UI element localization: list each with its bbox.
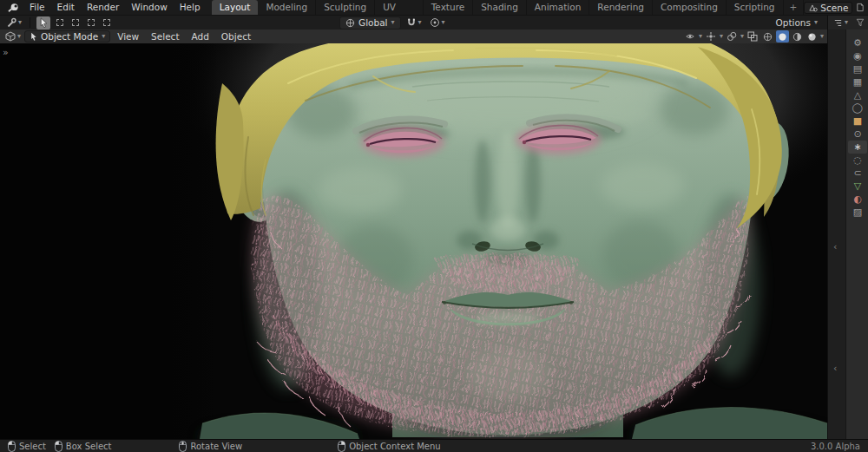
- scene-icon: [808, 3, 818, 12]
- transform-orientation-dropdown[interactable]: Global ▾: [339, 16, 401, 29]
- workspace-tab-texture-paint[interactable]: Texture Paint: [424, 0, 473, 15]
- tab-object-data-icon[interactable]: ▽: [848, 180, 867, 193]
- 3d-viewport-icon: [5, 31, 16, 42]
- menu-edit[interactable]: Edit: [51, 0, 81, 15]
- 3d-viewport[interactable]: ▾ Object Mode ▾ View Select Add Object ▾…: [0, 29, 827, 439]
- workspace-tab-scripting[interactable]: Scripting: [727, 0, 784, 15]
- select-mode-subtract-icon[interactable]: [84, 16, 97, 29]
- options-dropdown[interactable]: Options ▾: [770, 17, 823, 28]
- keymap-box-select: Box Select: [55, 441, 112, 452]
- add-workspace-button[interactable]: +: [784, 0, 805, 15]
- show-gizmos-toggle[interactable]: [704, 30, 718, 43]
- keymap-object-context-menu: Object Context Menu: [338, 441, 441, 452]
- chevron-down-icon: ▾: [18, 19, 22, 26]
- outliner-editor-type-button[interactable]: ▾: [832, 18, 850, 28]
- outliner-strip[interactable]: ‹ ‹: [828, 29, 846, 439]
- workspace-tab-compositing[interactable]: Compositing: [653, 0, 727, 15]
- panel-expand-arrow[interactable]: ‹: [833, 363, 837, 374]
- tab-particles-icon[interactable]: ∗: [848, 141, 867, 154]
- tab-scene-icon[interactable]: △: [848, 88, 867, 102]
- tab-output-icon[interactable]: ▤: [848, 62, 867, 75]
- tab-constraints-icon[interactable]: ⊂: [848, 167, 867, 180]
- tab-world-icon[interactable]: ◯: [848, 102, 867, 115]
- status-bar: Select Box Select Rotate View Object Con…: [0, 439, 868, 452]
- select-mode-extend-icon[interactable]: [69, 16, 82, 29]
- workspace-tab-layout[interactable]: Layout: [212, 0, 259, 15]
- menu-select[interactable]: Select: [146, 29, 184, 43]
- workspace-tabs: Layout Modeling Sculpting UV Editing Tex…: [212, 0, 805, 15]
- show-overlays-toggle[interactable]: [725, 30, 739, 43]
- filter-icon[interactable]: [856, 18, 865, 27]
- workspace-tab-sculpting[interactable]: Sculpting: [316, 0, 375, 15]
- orientation-label: Global: [358, 17, 388, 28]
- blender-version: 3.0.0 Alpha: [811, 442, 860, 451]
- tool-settings-bar: ▾ Global ▾ ▾ ▾ Options ▾: [0, 15, 827, 29]
- right-panel: ‹ ‹ ⚙ ◉ ▤ ▦ △ ◯ ■ ⊙ ∗ ◌ ⊂ ▽ ◐ ▨: [827, 29, 868, 439]
- workspace-tab-animation[interactable]: Animation: [527, 0, 590, 15]
- tab-modifiers-icon[interactable]: ⊙: [848, 128, 867, 141]
- tab-render-icon[interactable]: ◉: [848, 49, 867, 62]
- new-scene-icon[interactable]: [856, 3, 865, 12]
- tab-object-icon[interactable]: ■: [848, 115, 867, 128]
- snapping-toggle[interactable]: ▾: [404, 17, 424, 28]
- chevron-down-icon: ▾: [442, 19, 445, 26]
- shading-material-preview-button[interactable]: [791, 30, 804, 43]
- tab-material-icon[interactable]: ◐: [848, 193, 867, 206]
- workspace-tab-rendering[interactable]: Rendering: [589, 0, 653, 15]
- left-mouse-button-icon: [8, 441, 16, 452]
- shading-wireframe-button[interactable]: [761, 30, 774, 43]
- toolbar-expand-arrow[interactable]: »: [3, 47, 9, 58]
- viewport-header: ▾ Object Mode ▾ View Select Add Object ▾…: [0, 29, 827, 43]
- workspace-tab-uv-editing[interactable]: UV Editing: [375, 0, 424, 15]
- magnet-icon: [406, 17, 417, 28]
- panel-expand-arrow[interactable]: ‹: [833, 241, 837, 252]
- select-mode-new-icon[interactable]: [53, 16, 66, 29]
- object-type-visibility-dropdown[interactable]: [683, 30, 697, 43]
- viewport-header-right: ▾ ▾ ▾: [683, 30, 824, 43]
- mode-label: Object Mode: [41, 31, 98, 42]
- shading-solid-button[interactable]: [776, 30, 789, 43]
- chevron-down-icon: ▾: [418, 19, 422, 26]
- tab-physics-icon[interactable]: ◌: [848, 154, 867, 167]
- workspace-tab-modeling[interactable]: Modeling: [258, 0, 316, 15]
- menu-object[interactable]: Object: [216, 29, 256, 43]
- select-mode-intersect-icon[interactable]: [100, 16, 113, 29]
- shading-rendered-button[interactable]: [806, 30, 819, 43]
- viewport-editor-type-button[interactable]: ▾: [3, 31, 23, 42]
- scene-selector[interactable]: Scene: [804, 2, 852, 14]
- scene-label: Scene: [820, 3, 848, 13]
- middle-mouse-button-icon: [179, 441, 187, 452]
- blender-logo-icon[interactable]: [3, 0, 23, 15]
- tab-tool-icon[interactable]: ⚙: [848, 36, 867, 49]
- proportional-circle-icon: [430, 17, 440, 28]
- select-box-tool-button[interactable]: [36, 16, 50, 29]
- keymap-label: Rotate View: [190, 442, 242, 451]
- orientation-globe-icon: [345, 18, 355, 28]
- menu-help[interactable]: Help: [174, 0, 207, 15]
- topbar: File Edit Render Window Help Layout Mode…: [0, 0, 868, 15]
- tab-texture-icon[interactable]: ▨: [848, 206, 867, 219]
- menu-add[interactable]: Add: [187, 29, 214, 43]
- proportional-editing-toggle[interactable]: ▾: [427, 17, 448, 28]
- right-mouse-button-icon: [338, 441, 345, 452]
- menu-render[interactable]: Render: [81, 0, 125, 15]
- chevron-down-icon: ▾: [17, 33, 21, 40]
- cursor-icon: [39, 17, 48, 28]
- topbar-id-widgets: Scene × View Layer ×: [804, 0, 868, 15]
- 3d-viewport-canvas[interactable]: [0, 29, 827, 439]
- chevron-down-icon: ▾: [814, 19, 818, 26]
- mode-dropdown[interactable]: Object Mode ▾: [24, 30, 110, 43]
- tab-view-layer-icon[interactable]: ▦: [848, 75, 867, 88]
- keymap-label: Select: [19, 442, 46, 451]
- menu-view[interactable]: View: [112, 29, 144, 43]
- keymap-rotate-view: Rotate View: [179, 441, 242, 452]
- menu-file[interactable]: File: [23, 0, 51, 15]
- shading-dropdown-chevron[interactable]: ▾: [820, 33, 824, 40]
- toggle-xray-button[interactable]: [746, 30, 760, 43]
- outliner-tree-icon: [833, 18, 843, 28]
- chevron-down-icon: ▾: [740, 33, 744, 40]
- chevron-down-icon: ▾: [845, 19, 848, 26]
- menu-window[interactable]: Window: [125, 0, 173, 15]
- tool-editor-type-button[interactable]: ▾: [4, 17, 23, 28]
- workspace-tab-shading[interactable]: Shading: [473, 0, 527, 15]
